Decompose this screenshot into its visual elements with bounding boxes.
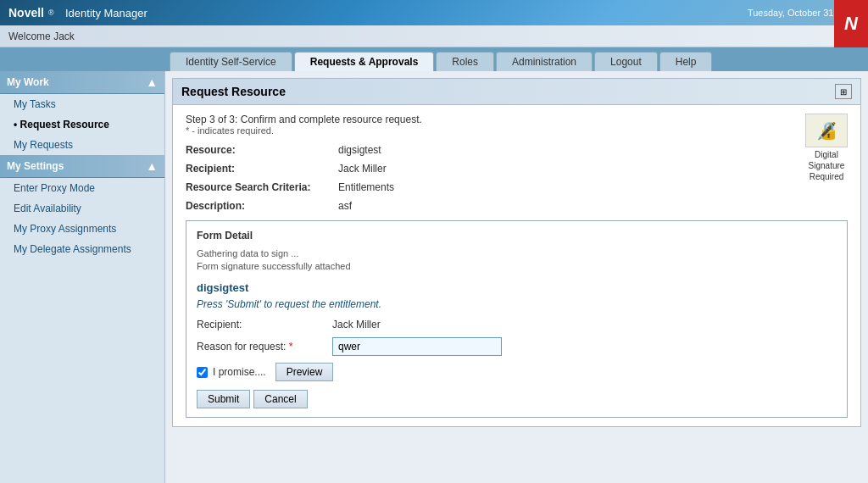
sidebar-item-my-proxy-assignments[interactable]: My Proxy Assignments [0, 219, 164, 239]
signature-attached-text: Form signature successfully attached [197, 261, 837, 271]
description-label: Description: [186, 200, 338, 212]
action-buttons: Submit Cancel [197, 390, 837, 408]
welcome-text: Welcome Jack [8, 31, 75, 42]
novell-brand: Novell [8, 6, 44, 19]
sidebar-item-enter-proxy-mode[interactable]: Enter Proxy Mode [0, 178, 164, 198]
sidebar: My Work ▲ My Tasks Request Resource My R… [0, 71, 165, 483]
required-marker: * [289, 341, 293, 353]
nav-tabs: Identity Self-Service Requests & Approva… [0, 47, 868, 71]
my-settings-section-header[interactable]: My Settings ▲ [0, 155, 164, 178]
tab-logout[interactable]: Logout [594, 52, 658, 71]
form-recipient-row: Recipient: Jack Miller [197, 319, 837, 330]
my-work-collapse-btn[interactable]: ▲ [146, 75, 158, 89]
form-recipient-label: Recipient: [197, 319, 332, 330]
n-letter: N [844, 13, 858, 35]
product-name: Identity Manager [65, 7, 147, 19]
panel-title-bar: Request Resource ⊞ [173, 79, 860, 105]
tab-administration[interactable]: Administration [496, 52, 593, 71]
reason-row: Reason for request: * [197, 337, 837, 356]
description-value: asf [338, 200, 352, 212]
digital-signature-icon: 🔏 [805, 114, 848, 147]
form-detail-section: Form Detail Gathering data to sign ... F… [186, 220, 848, 418]
resource-label: Resource: [186, 144, 338, 156]
sidebar-item-my-delegate-assignments[interactable]: My Delegate Assignments [0, 239, 164, 259]
description-row: Description: asf [186, 200, 848, 212]
tab-roles[interactable]: Roles [436, 52, 494, 71]
step-info: Step 3 of 3: Confirm and complete resour… [186, 114, 848, 136]
digital-signature-area: 🔏 DigitalSignatureRequired [805, 114, 848, 182]
recipient-value: Jack Miller [338, 163, 387, 175]
panel-body: 🔏 DigitalSignatureRequired Step 3 of 3: … [173, 105, 860, 426]
required-note: * - indicates required. [186, 125, 848, 136]
cancel-button[interactable]: Cancel [253, 390, 307, 408]
reason-label: Reason for request: * [197, 341, 332, 353]
search-criteria-value: Entitlements [338, 181, 394, 193]
sidebar-item-request-resource[interactable]: Request Resource [0, 114, 164, 135]
recipient-row: Recipient: Jack Miller [186, 163, 797, 175]
search-criteria-label: Resource Search Criteria: [186, 181, 338, 193]
step-text: Step 3 of 3: Confirm and complete resour… [186, 114, 848, 125]
gathering-text: Gathering data to sign ... [197, 248, 837, 258]
panel-toggle-button[interactable]: ⊞ [835, 84, 852, 99]
preview-button[interactable]: Preview [275, 363, 334, 381]
content-area: Request Resource ⊞ 🔏 DigitalSignatureReq… [165, 71, 868, 483]
sidebar-item-my-requests[interactable]: My Requests [0, 135, 164, 155]
my-work-section-header[interactable]: My Work ▲ [0, 71, 164, 94]
submit-button[interactable]: Submit [197, 390, 250, 408]
search-criteria-row: Resource Search Criteria: Entitlements [186, 181, 797, 193]
tab-requests-approvals[interactable]: Requests & Approvals [294, 52, 435, 71]
reason-input[interactable] [332, 337, 502, 356]
promise-label[interactable]: I promise.... [213, 366, 266, 378]
resource-info: Resource: digsigtest Recipient: Jack Mil… [186, 144, 848, 212]
registered-mark: ® [48, 8, 54, 17]
promise-row: I promise.... Preview [197, 363, 837, 381]
form-recipient-value: Jack Miller [332, 319, 381, 330]
sidebar-item-my-tasks[interactable]: My Tasks [0, 94, 164, 114]
app-header: Novell® Identity Manager Tuesday, Octobe… [0, 0, 868, 25]
form-detail-title: Form Detail [197, 230, 837, 242]
my-settings-label: My Settings [7, 160, 64, 172]
request-resource-panel: Request Resource ⊞ 🔏 DigitalSignatureReq… [172, 78, 861, 427]
recipient-label: Recipient: [186, 163, 338, 175]
form-resource-title: digsigtest [197, 281, 837, 294]
tab-help[interactable]: Help [659, 52, 713, 71]
form-instruction: Press 'Submit' to request the entitlemen… [197, 298, 837, 310]
my-work-label: My Work [7, 76, 49, 88]
tab-identity-self-service[interactable]: Identity Self-Service [170, 52, 292, 71]
promise-checkbox[interactable] [197, 367, 208, 378]
panel-title: Request Resource [181, 85, 286, 98]
resource-row: Resource: digsigtest [186, 144, 797, 156]
logo: Novell® Identity Manager [8, 6, 147, 19]
resource-value: digsigtest [338, 144, 381, 156]
welcome-bar: Welcome Jack [0, 25, 868, 47]
sidebar-item-edit-availability[interactable]: Edit Availability [0, 198, 164, 219]
digital-signature-label: DigitalSignatureRequired [805, 149, 848, 182]
main-layout: My Work ▲ My Tasks Request Resource My R… [0, 71, 868, 483]
novell-n-logo: N [834, 0, 868, 47]
my-settings-collapse-btn[interactable]: ▲ [146, 159, 158, 173]
